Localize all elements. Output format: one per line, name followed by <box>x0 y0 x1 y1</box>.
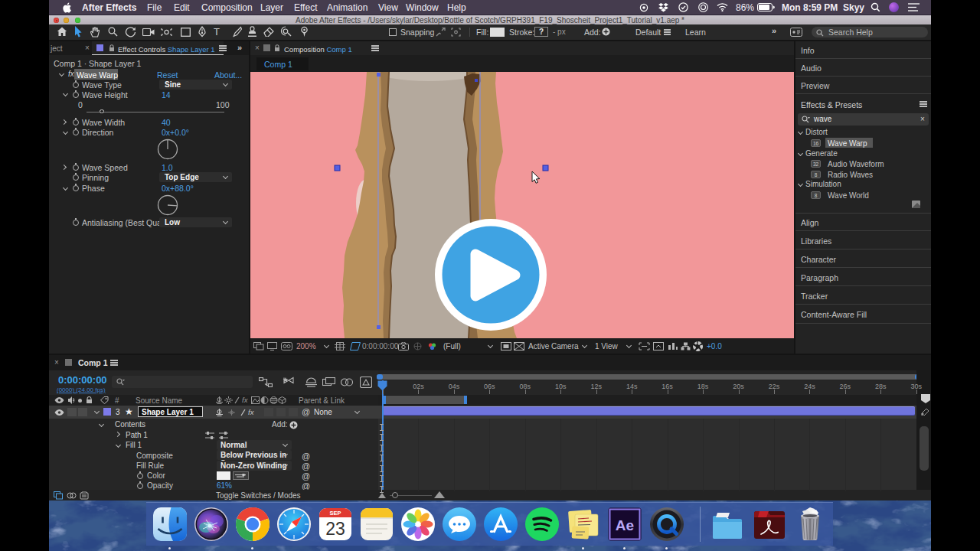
svg-text:23: 23 <box>325 519 345 539</box>
svg-text:Ae: Ae <box>616 517 634 533</box>
svg-text:SEP: SEP <box>329 510 341 517</box>
